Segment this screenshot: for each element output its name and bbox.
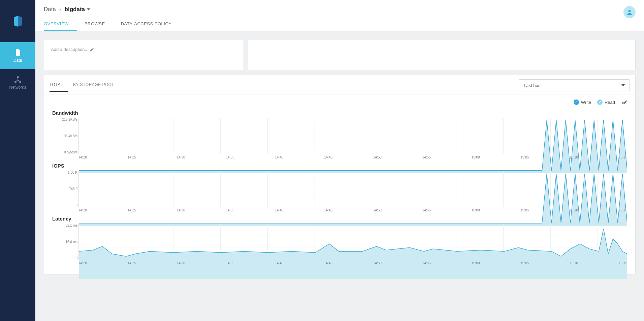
time-range-label: Last hour [524,83,542,88]
svg-point-3 [629,10,631,12]
y-tick-label: 16.0 ms [52,240,77,244]
x-tick-label: 14:40 [275,261,283,265]
x-tick-label: 15:15 [619,155,627,159]
y-tick-label: 0 [52,256,77,260]
x-tick-label: 15:10 [570,261,578,265]
performance-card: TOTAL BY STORAGE POOL Last hour Write Re… [44,74,636,274]
x-tick-label: 14:20 [78,261,87,265]
x-tick-label: 14:50 [373,155,382,159]
y-tick-label: 748.0 [52,187,77,191]
y-tick-label: 32.1 ms [52,224,77,227]
x-tick-label: 14:25 [128,155,136,159]
x-tick-label: 15:10 [570,155,578,159]
tab-data-access-policy[interactable]: DATA-ACCESS POLICY [121,21,180,31]
x-tick-label: 15:00 [472,261,480,265]
chart-plot[interactable] [78,118,627,154]
chart-title: Bandwidth [52,110,627,116]
x-tick-label: 14:55 [422,155,431,159]
y-tick-label: 1.50 K [52,171,77,174]
sidebar-item-data[interactable]: Data [0,42,35,69]
legend-write[interactable]: Write [574,99,591,105]
caret-down-icon [87,8,90,10]
y-tick-label: 0 bytes/s [52,150,77,154]
x-tick-label: 15:15 [619,261,627,265]
x-tick-label: 14:40 [275,208,283,212]
x-tick-label: 14:45 [324,261,332,265]
edit-icon [90,47,94,52]
page-tabs: OVERVIEW BROWSE DATA-ACCESS POLICY [44,21,636,31]
app-logo-icon [11,14,25,28]
time-range-select[interactable]: Last hour [519,79,630,91]
x-tick-label: 14:35 [226,155,234,159]
perf-subtabs: TOTAL BY STORAGE POOL [50,82,124,91]
x-tick-label: 14:55 [422,261,431,265]
x-tick-label: 15:05 [520,208,529,212]
sidebar-item-networks[interactable]: Networks [0,69,35,96]
x-tick-label: 14:30 [177,208,185,212]
breadcrumb: Data › bigdata [44,6,636,13]
description-placeholder: Add a description... [51,47,237,52]
main-area: Data › bigdata OVERVIEW BROWSE DATA-ACCE… [35,0,644,321]
check-icon [597,99,603,105]
x-tick-label: 14:25 [128,261,136,265]
check-icon [574,99,579,105]
breadcrumb-current-label: bigdata [65,6,85,13]
x-tick-label: 14:40 [275,155,283,159]
content-area: Add a description... TOTAL BY STORAGE PO… [35,31,644,321]
chart-plot[interactable] [78,224,627,260]
logo [0,0,35,42]
chevron-right-icon: › [59,6,61,13]
svg-point-0 [17,76,19,78]
x-tick-label: 15:15 [619,208,627,212]
description-card[interactable]: Add a description... [44,40,244,70]
page-header: Data › bigdata OVERVIEW BROWSE DATA-ACCE… [35,0,644,31]
x-tick-label: 14:35 [226,208,234,212]
tab-browse[interactable]: BROWSE [85,21,114,31]
x-tick-label: 15:10 [570,208,578,212]
chart-scale-icon[interactable] [621,99,627,105]
y-tick-label: 212.9KB/s [52,118,77,121]
x-tick-label: 15:00 [472,208,480,212]
x-tick-label: 14:20 [78,208,87,212]
x-tick-label: 14:55 [422,208,431,212]
x-tick-label: 14:45 [324,155,332,159]
network-icon [14,76,22,84]
x-tick-label: 15:00 [472,155,480,159]
x-tick-label: 14:35 [226,261,234,265]
x-tick-label: 14:50 [373,208,382,212]
x-tick-label: 14:30 [177,155,185,159]
x-tick-label: 15:05 [520,155,529,159]
x-tick-label: 14:50 [373,261,382,265]
x-tick-label: 14:45 [324,208,332,212]
user-avatar[interactable] [623,6,636,18]
caret-down-icon [621,84,625,86]
x-tick-label: 14:30 [177,261,185,265]
y-tick-label: 106.4KB/s [52,134,77,138]
user-icon [626,9,633,16]
sidebar: Data Networks [0,0,35,321]
x-tick-label: 15:05 [520,261,529,265]
tab-overview[interactable]: OVERVIEW [44,21,77,31]
breadcrumb-root[interactable]: Data [44,6,56,13]
chart-legend: Write Read [44,94,635,105]
subtab-by-storage-pool[interactable]: BY STORAGE POOL [73,82,120,91]
legend-read[interactable]: Read [597,99,615,105]
y-tick-label: 0 [52,203,77,207]
sidebar-item-label: Data [13,58,22,63]
blank-card [248,40,636,70]
x-tick-label: 14:20 [78,155,87,159]
breadcrumb-current[interactable]: bigdata [65,6,90,13]
sidebar-item-label: Networks [9,85,26,90]
x-tick-label: 14:25 [128,208,136,212]
chart-bandwidth: Bandwidth212.9KB/s106.4KB/s0 bytes/s14:2… [44,105,635,158]
file-data-icon [14,49,22,57]
subtab-total[interactable]: TOTAL [50,82,68,92]
chart-plot[interactable] [78,171,627,207]
